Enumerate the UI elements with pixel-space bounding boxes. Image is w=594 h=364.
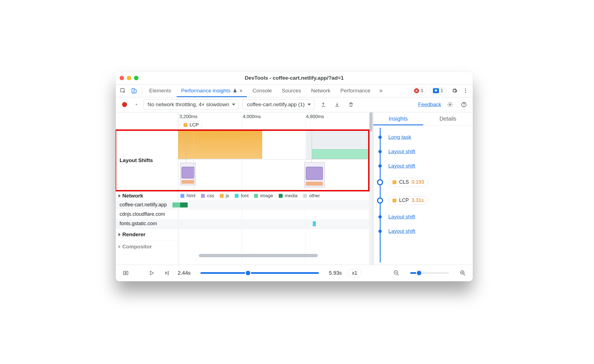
playback-speed[interactable]: x1	[348, 269, 361, 277]
extra-sections: Renderer Compositor	[116, 228, 178, 265]
tab-details[interactable]: Details	[423, 112, 473, 125]
tab-label: Performance insights	[181, 88, 230, 94]
lcp-swatch	[184, 123, 187, 127]
svg-point-8	[464, 106, 464, 106]
compositor-heading: Compositor	[122, 244, 152, 250]
lcp-label: LCP	[399, 197, 409, 203]
tab-label: Sources	[282, 88, 301, 94]
network-host-row[interactable]: coffee-cart.netlify.app	[116, 200, 178, 210]
record-button[interactable]	[120, 100, 130, 110]
panel-body: 3,200ms 4,000ms 4,800ms LCP Layout Shift…	[116, 112, 473, 281]
help-icon[interactable]	[459, 100, 469, 110]
svg-rect-2	[134, 90, 136, 93]
insight-item[interactable]: Long task	[376, 130, 467, 144]
time-ruler[interactable]: 3,200ms 4,000ms 4,800ms LCP	[178, 112, 369, 129]
insight-link[interactable]: Long task	[388, 134, 411, 140]
insight-item[interactable]: Layout shift	[376, 224, 467, 238]
devtools-tabstrip: Elements Performance insights × Console …	[116, 85, 473, 97]
ruler-gutter	[116, 112, 178, 129]
zoom-in-icon[interactable]	[458, 268, 468, 278]
recording-select[interactable]: coffee-cart.netlify.app (1)	[243, 99, 314, 110]
error-count-badge[interactable]: ✕ 1	[411, 87, 426, 94]
vertical-scrollbar[interactable]	[369, 112, 373, 265]
request-bar[interactable]	[172, 202, 180, 207]
cls-value: 0.193	[412, 179, 424, 185]
error-icon: ✕	[414, 88, 419, 93]
tab-sources[interactable]: Sources	[277, 85, 306, 97]
feedback-link[interactable]: Feedback	[418, 102, 441, 108]
divider	[142, 87, 142, 94]
skip-back-icon[interactable]	[162, 268, 172, 278]
inspect-element-icon[interactable]	[118, 86, 128, 96]
tab-network[interactable]: Network	[307, 85, 335, 97]
marker-stem	[186, 129, 186, 163]
insights-toolbar: No network throttling, 4× slowdown coffe…	[116, 97, 473, 112]
minimize-window-button[interactable]	[127, 76, 131, 80]
insight-metric-cls[interactable]: CLS 0.193	[376, 173, 467, 191]
panel-settings-gear-icon[interactable]	[445, 100, 455, 110]
network-host-row[interactable]: fonts.gstatic.com	[116, 219, 178, 228]
settings-gear-icon[interactable]	[450, 86, 459, 96]
message-count: 1	[441, 88, 443, 93]
activity-block-image	[312, 149, 369, 159]
lcp-chip-label: LCP	[190, 122, 199, 128]
export-icon[interactable]	[318, 100, 328, 110]
message-count-badge[interactable]: 1	[430, 87, 446, 94]
cls-swatch	[392, 180, 396, 184]
error-count: 1	[421, 88, 423, 93]
tab-label: Performance	[340, 88, 370, 94]
device-toolbar-icon[interactable]	[129, 86, 139, 96]
network-heading: Network	[122, 193, 143, 199]
renderer-heading: Renderer	[122, 232, 145, 238]
record-options-dropdown[interactable]	[133, 100, 140, 110]
tab-performance[interactable]: Performance	[336, 85, 375, 97]
insight-link[interactable]: Layout shift	[388, 163, 415, 169]
ruler-tick: 4,800ms	[306, 114, 324, 119]
kebab-menu-icon[interactable]	[461, 86, 471, 96]
zoom-slider[interactable]	[410, 272, 449, 274]
legend-swatch-font	[235, 194, 239, 198]
tab-console[interactable]: Console	[248, 85, 276, 97]
insights-list[interactable]: Long task Layout shift Layout shift	[373, 126, 473, 265]
zoom-window-button[interactable]	[134, 76, 138, 80]
request-bar[interactable]	[313, 221, 316, 226]
insight-item[interactable]: Layout shift	[376, 210, 467, 224]
network-hosts: coffee-cart.netlify.app cdnjs.cloudflare…	[116, 200, 178, 228]
flask-icon	[233, 89, 237, 93]
layout-shifts-track[interactable]	[178, 129, 369, 191]
insight-link[interactable]: Layout shift	[388, 214, 415, 220]
layout-shifts-label: Layout Shifts	[116, 129, 178, 191]
close-window-button[interactable]	[120, 76, 124, 80]
toggle-visibility-icon[interactable]	[121, 268, 131, 278]
insight-link[interactable]: Layout shift	[388, 149, 415, 155]
insight-link[interactable]: Layout shift	[388, 228, 415, 234]
cls-label: CLS	[399, 179, 409, 185]
time-range-slider[interactable]	[200, 272, 319, 274]
delete-icon[interactable]	[346, 100, 356, 110]
insight-item[interactable]: Layout shift	[376, 144, 467, 159]
renderer-section-header[interactable]: Renderer	[116, 228, 178, 241]
tab-performance-insights[interactable]: Performance insights ×	[177, 85, 247, 97]
throttling-select[interactable]: No network throttling, 4× slowdown	[143, 99, 239, 110]
network-section-header[interactable]: Network	[116, 191, 178, 200]
svg-point-10	[125, 272, 126, 274]
tab-elements[interactable]: Elements	[145, 85, 175, 97]
insight-item[interactable]: Layout shift	[376, 159, 467, 173]
network-host-row[interactable]: cdnjs.cloudflare.com	[116, 210, 178, 219]
play-icon[interactable]	[147, 268, 157, 278]
lcp-marker-chip[interactable]: LCP	[180, 121, 202, 129]
insights-sidebar: Insights Details Long task Layout shift	[373, 112, 473, 265]
close-tab-icon[interactable]: ×	[239, 88, 243, 94]
horizontal-scrollbar[interactable]	[116, 253, 178, 258]
network-legend: html css js font image media other	[178, 191, 369, 200]
tab-insights[interactable]: Insights	[373, 112, 423, 125]
import-icon[interactable]	[332, 100, 342, 110]
filmstrip-thumbnail[interactable]	[304, 162, 325, 188]
activity-block-js	[178, 129, 262, 159]
legend-swatch-css	[201, 194, 205, 198]
compositor-section-header[interactable]: Compositor	[116, 241, 178, 253]
zoom-out-icon[interactable]	[391, 268, 401, 278]
more-tabs-icon[interactable]: »	[376, 86, 386, 96]
network-bars	[178, 200, 369, 228]
insight-metric-lcp[interactable]: LCP 3.31s	[376, 191, 467, 210]
